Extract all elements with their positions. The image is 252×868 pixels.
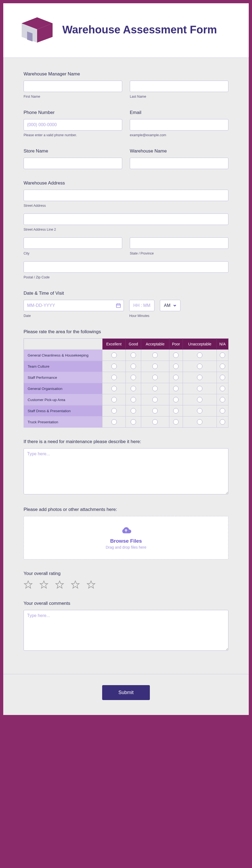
rating-radio[interactable] xyxy=(220,364,225,369)
rating-cell xyxy=(141,383,169,394)
maintenance-textarea[interactable] xyxy=(24,448,228,494)
rating-radio[interactable] xyxy=(131,397,136,402)
street-input[interactable] xyxy=(24,190,228,201)
rating-cell xyxy=(141,405,169,416)
rating-cell xyxy=(169,372,183,383)
rating-radio[interactable] xyxy=(197,408,203,413)
rating-radio[interactable] xyxy=(220,352,225,358)
rating-label: Please rate the area for the followings xyxy=(24,329,228,335)
rating-radio[interactable] xyxy=(131,408,136,413)
rating-radio[interactable] xyxy=(111,375,117,380)
rating-radio[interactable] xyxy=(173,408,179,413)
rating-row-label: Staff Dress & Presentation xyxy=(24,405,102,416)
rating-cell xyxy=(102,394,126,405)
submit-button[interactable]: Submit xyxy=(102,685,150,700)
postal-sublabel: Postal / Zip Code xyxy=(24,275,228,279)
rating-radio[interactable] xyxy=(131,386,136,391)
rating-radio[interactable] xyxy=(173,386,179,391)
rating-header: Poor xyxy=(169,339,183,350)
rating-radio[interactable] xyxy=(173,364,179,369)
contact-section: Phone Number Please enter a valid phone … xyxy=(24,110,228,137)
rating-radio[interactable] xyxy=(220,419,225,425)
rating-radio[interactable] xyxy=(111,397,117,402)
rating-row: Team Culture xyxy=(24,361,228,372)
visit-section: Date & Time of Visit Date HH : MM Hour M… xyxy=(24,290,228,318)
city-input[interactable] xyxy=(24,238,122,249)
phone-input[interactable] xyxy=(24,119,122,130)
time-sublabel: Hour Minutes xyxy=(129,314,154,318)
warehouse-icon xyxy=(20,17,55,42)
rating-radio[interactable] xyxy=(131,419,136,425)
rating-radio[interactable] xyxy=(111,408,117,413)
star[interactable] xyxy=(39,580,48,589)
file-upload-dropzone[interactable]: Browse Files Drag and drop files here xyxy=(24,516,228,559)
rating-radio[interactable] xyxy=(111,386,117,391)
rating-radio[interactable] xyxy=(152,419,158,425)
state-input[interactable] xyxy=(130,238,228,249)
star[interactable] xyxy=(55,580,64,589)
star[interactable] xyxy=(24,580,33,589)
rating-radio[interactable] xyxy=(173,419,179,425)
browse-files-text: Browse Files xyxy=(29,538,223,544)
rating-radio[interactable] xyxy=(152,375,158,380)
rating-radio[interactable] xyxy=(152,364,158,369)
rating-radio[interactable] xyxy=(111,352,117,358)
last-name-sublabel: Last Name xyxy=(130,95,228,98)
rating-radio[interactable] xyxy=(197,364,203,369)
rating-radio[interactable] xyxy=(173,375,179,380)
last-name-input[interactable] xyxy=(130,81,228,92)
rating-radio[interactable] xyxy=(197,386,203,391)
rating-radio[interactable] xyxy=(111,364,117,369)
rating-radio[interactable] xyxy=(197,352,203,358)
rating-row-label: General Cleanliness & Housekeeping xyxy=(24,350,102,361)
rating-radio[interactable] xyxy=(152,397,158,402)
first-name-input[interactable] xyxy=(24,81,122,92)
rating-cell xyxy=(183,394,217,405)
rating-radio[interactable] xyxy=(220,386,225,391)
store-name-input[interactable] xyxy=(24,158,122,169)
rating-radio[interactable] xyxy=(131,364,136,369)
rating-radio[interactable] xyxy=(197,419,203,425)
rating-cell xyxy=(102,416,126,428)
rating-radio[interactable] xyxy=(131,375,136,380)
rating-radio[interactable] xyxy=(197,397,203,402)
rating-cell xyxy=(141,372,169,383)
street2-input[interactable] xyxy=(24,214,228,225)
maintenance-section: If there is a need for maintenance pleas… xyxy=(24,439,228,495)
rating-cell xyxy=(217,372,228,383)
rating-row: Staff Performance xyxy=(24,372,228,383)
email-input[interactable] xyxy=(130,119,228,130)
rating-radio[interactable] xyxy=(131,352,136,358)
rating-radio[interactable] xyxy=(220,408,225,413)
calendar-icon[interactable] xyxy=(116,303,121,308)
time-input[interactable]: HH : MM xyxy=(129,300,154,311)
svg-marker-13 xyxy=(87,581,95,588)
rating-cell xyxy=(183,350,217,361)
page: Warehouse Assessment Form Warehouse Mana… xyxy=(3,3,249,715)
maintenance-label: If there is a need for maintenance pleas… xyxy=(24,439,228,444)
address-label: Warehouse Address xyxy=(24,180,228,186)
email-label: Email xyxy=(130,110,228,115)
rating-radio[interactable] xyxy=(152,386,158,391)
rating-radio[interactable] xyxy=(173,397,179,402)
rating-radio[interactable] xyxy=(220,375,225,380)
rating-row-label: Staff Performance xyxy=(24,372,102,383)
rating-row: General Cleanliness & Housekeeping xyxy=(24,350,228,361)
rating-cell xyxy=(169,394,183,405)
rating-radio[interactable] xyxy=(111,419,117,425)
rating-cell xyxy=(102,405,126,416)
date-input[interactable] xyxy=(24,300,124,311)
ampm-select[interactable]: AM xyxy=(160,300,180,311)
warehouse-name-input[interactable] xyxy=(130,158,228,169)
rating-radio[interactable] xyxy=(152,408,158,413)
comments-textarea[interactable] xyxy=(24,610,228,651)
rating-radio[interactable] xyxy=(197,375,203,380)
star[interactable] xyxy=(86,580,96,589)
rating-radio[interactable] xyxy=(173,352,179,358)
postal-input[interactable] xyxy=(24,261,228,273)
rating-radio[interactable] xyxy=(152,352,158,358)
rating-radio[interactable] xyxy=(220,397,225,402)
ampm-value: AM xyxy=(164,303,171,308)
rating-cell xyxy=(217,383,228,394)
star[interactable] xyxy=(71,580,80,589)
